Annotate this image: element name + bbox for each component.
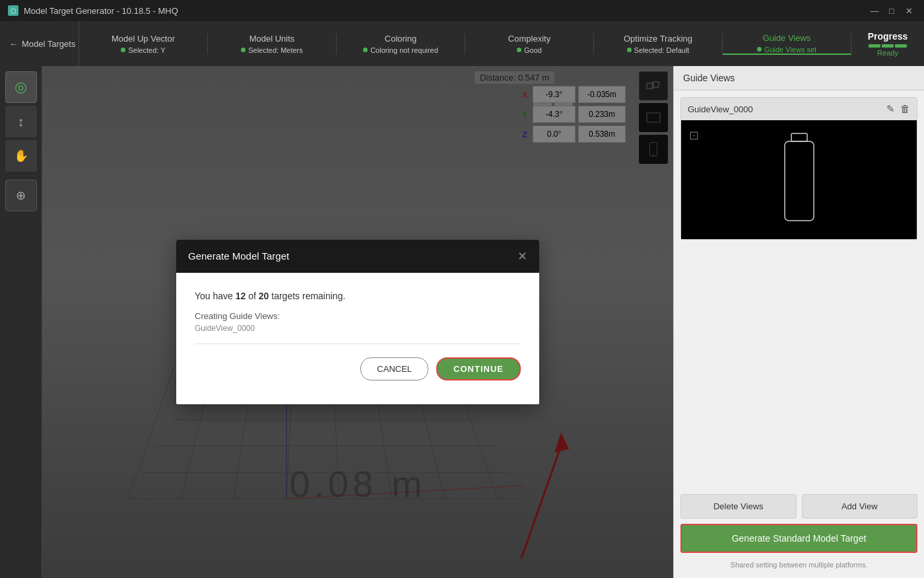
back-label: Model Targets <box>22 39 75 49</box>
modal-divider <box>195 343 521 344</box>
step-label: Optimize Tracking <box>624 34 692 44</box>
right-panel-spacer <box>674 246 924 488</box>
progress-bars <box>869 44 907 48</box>
modal-footer: CANCEL CONTINUE <box>195 357 521 394</box>
step-sub: Good <box>517 46 542 54</box>
minimize-button[interactable]: — <box>867 3 882 18</box>
guide-view-preview: ⊡ <box>681 120 917 239</box>
generate-modal: Generate Model Target ✕ You have 12 of 2… <box>176 240 539 404</box>
close-button[interactable]: ✕ <box>902 3 916 18</box>
svg-rect-23 <box>791 133 807 141</box>
step-label: Model Up Vector <box>112 34 175 44</box>
titlebar-left: ⬡ Model Target Generator - 10.18.5 - MHQ <box>8 5 178 16</box>
modal-message-part2: of <box>246 291 258 301</box>
view-buttons-row: Delete Views Add View <box>680 494 917 519</box>
step-sub: Selected: Meters <box>241 46 303 54</box>
app-title: Model Target Generator - 10.18.5 - MHQ <box>24 6 178 16</box>
step-sub: Selected: Default <box>627 46 690 54</box>
delete-guide-view-button[interactable]: 🗑 <box>900 103 910 115</box>
guide-view-name: GuideView_0000 <box>195 324 521 333</box>
modal-body: You have 12 of 20 targets remaining. Cre… <box>176 273 539 404</box>
right-panel-bottom: Delete Views Add View Generate Standard … <box>674 488 924 578</box>
nav-step-model-units[interactable]: Model Units Selected: Meters <box>208 34 337 54</box>
step-sub: Coloring not required <box>363 46 438 54</box>
step-label: Model Units <box>249 34 295 44</box>
continue-button[interactable]: CONTINUE <box>436 357 521 380</box>
svg-rect-24 <box>785 141 814 221</box>
status-dot <box>627 48 632 52</box>
cancel-button[interactable]: CANCEL <box>360 357 428 380</box>
progress-bar-2 <box>882 44 894 48</box>
maximize-button[interactable]: □ <box>884 3 899 18</box>
status-dot <box>363 48 368 52</box>
guide-view-name: GuideView_0000 <box>688 104 753 114</box>
progress-label: Progress <box>868 31 908 42</box>
app-icon: ⬡ <box>8 5 18 16</box>
hand-tool-button[interactable]: ✋ <box>5 140 37 172</box>
status-dot <box>757 47 762 52</box>
preview-object-svg <box>773 127 826 233</box>
status-dot <box>241 48 246 52</box>
titlebar: ⬡ Model Target Generator - 10.18.5 - MHQ… <box>0 0 924 21</box>
target-icon: ◎ <box>15 79 27 96</box>
step-label: Complexity <box>508 34 550 44</box>
back-button[interactable]: ← Model Targets <box>0 21 79 66</box>
creating-label: Creating Guide Views: <box>195 311 521 321</box>
status-dot <box>121 48 125 52</box>
generate-model-target-button[interactable]: Generate Standard Model Target <box>680 524 917 553</box>
crosshair-tool-button[interactable]: ⊕ <box>5 180 37 211</box>
bottom-shared-text: Shared setting between multiple platform… <box>680 558 917 571</box>
right-panel: Guide Views GuideView_0000 ✎ 🗑 ⊡ <box>673 66 924 578</box>
left-sidebar: ◎ ↕ ✋ ⊕ <box>0 66 42 578</box>
hand-icon: ✋ <box>14 149 28 163</box>
step-sub: Selected: Y <box>121 46 165 54</box>
step-sub: Guide Views set <box>757 46 816 54</box>
edit-guide-view-button[interactable]: ✎ <box>886 103 895 115</box>
nav-step-model-up-vector[interactable]: Model Up Vector Selected: Y <box>79 34 208 54</box>
crosshair-icon: ⊕ <box>16 188 26 203</box>
modal-overlay: Generate Model Target ✕ You have 12 of 2… <box>42 66 673 578</box>
modal-header: Generate Model Target ✕ <box>176 240 539 273</box>
titlebar-controls: — □ ✕ <box>867 3 916 18</box>
nav-step-complexity[interactable]: Complexity Good <box>465 34 594 54</box>
modal-close-button[interactable]: ✕ <box>517 249 527 264</box>
delete-views-button[interactable]: Delete Views <box>680 494 797 519</box>
total-targets-count: 20 <box>259 291 269 301</box>
step-label: Coloring <box>385 34 416 44</box>
step-label: Guide Views <box>763 33 811 43</box>
3d-viewport[interactable]: Distance: 0.547 m 📷 ✥ X -9.3° -0.035m Y … <box>42 66 673 578</box>
target-tool-button[interactable]: ◎ <box>5 71 37 103</box>
back-arrow-icon: ← <box>9 39 18 49</box>
targets-remaining-count: 12 <box>236 291 246 301</box>
right-panel-header: Guide Views <box>674 66 924 90</box>
modal-title: Generate Model Target <box>188 250 289 262</box>
guide-view-item-header: GuideView_0000 ✎ 🗑 <box>681 98 917 120</box>
add-view-button[interactable]: Add View <box>802 494 918 519</box>
modal-message: You have 12 of 20 targets remaining. <box>195 289 521 303</box>
main-layout: ◎ ↕ ✋ ⊕ Distance: 0.547 m 📷 ✥ X -9. <box>0 66 924 578</box>
nav-step-optimize-tracking[interactable]: Optimize Tracking Selected: Default <box>594 34 723 54</box>
move-icon: ↕ <box>18 114 24 129</box>
nav-step-coloring[interactable]: Coloring Coloring not required <box>337 34 465 54</box>
top-navigation: ← Model Targets Model Up Vector Selected… <box>0 21 924 66</box>
progress-sub: Ready <box>877 49 898 57</box>
preview-crosshair-icon: ⊡ <box>689 128 699 143</box>
progress-bar-1 <box>869 44 880 48</box>
modal-message-part1: You have <box>195 291 236 301</box>
modal-message-part3: targets remaining. <box>269 291 345 301</box>
move-tool-button[interactable]: ↕ <box>5 106 37 137</box>
guide-view-actions: ✎ 🗑 <box>886 103 910 115</box>
guide-view-item: GuideView_0000 ✎ 🗑 ⊡ <box>680 97 917 240</box>
nav-step-guide-views[interactable]: Guide Views Guide Views set <box>723 33 851 55</box>
status-dot <box>517 48 521 52</box>
nav-step-progress[interactable]: Progress Ready <box>851 31 924 57</box>
progress-bar-3 <box>895 44 907 48</box>
